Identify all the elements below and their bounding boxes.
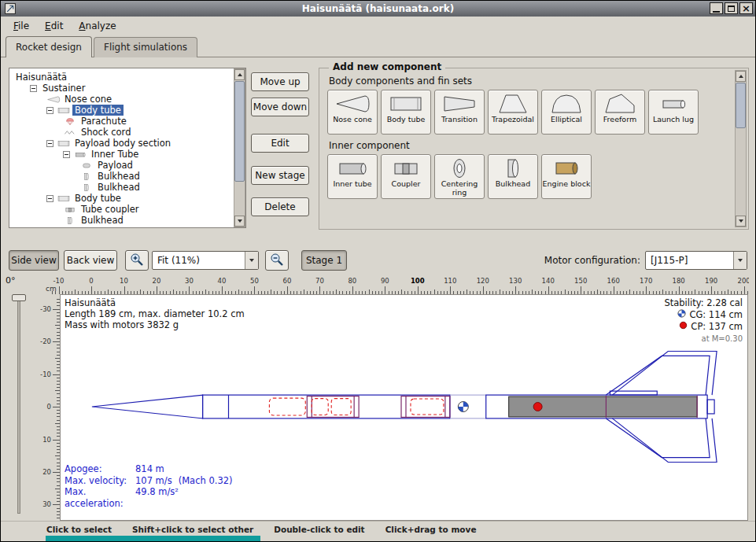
nose-cone-icon <box>46 95 61 104</box>
component-palette: Body components and fin setsNose coneBod… <box>327 70 731 227</box>
tree-item-label: Payload <box>95 160 135 171</box>
close-button[interactable]: × <box>739 2 753 14</box>
scroll-up-button[interactable] <box>736 71 746 82</box>
maximize-button[interactable] <box>725 2 738 14</box>
body-tube-icon <box>57 139 71 148</box>
tree-item-label: Haisunäätä <box>13 72 69 83</box>
tree-item-shock-cord[interactable]: Shock cord <box>10 127 232 138</box>
collapse-icon[interactable] <box>30 85 37 92</box>
flight-stat-row: Max. acceleration:49.8 m/s² <box>65 486 233 509</box>
scroll-down-button[interactable] <box>234 216 245 227</box>
titlebar[interactable]: Haisunäätä (haisunaata.ork) × <box>1 1 755 17</box>
tree-item-body-tube[interactable]: Body tube <box>10 193 232 204</box>
scroll-down-button[interactable] <box>736 216 746 227</box>
add-centering-ring-button[interactable]: Centering ring <box>434 154 485 199</box>
tree-item-payload[interactable]: Payload <box>10 160 232 171</box>
rotation-slider-track[interactable] <box>17 297 20 514</box>
add-elliptical-button[interactable]: Elliptical <box>541 90 592 135</box>
menu-analyze[interactable]: Analyze <box>71 18 124 34</box>
add-inner-tube-button[interactable]: Inner tube <box>327 154 378 199</box>
stage-1-button[interactable]: Stage 1 <box>301 250 347 271</box>
tree-item-bulkhead[interactable]: Bulkhead <box>10 215 232 226</box>
status-hint: Shift+click to select other <box>132 525 253 534</box>
tree-item-haisun-t[interactable]: Haisunäätä <box>10 72 232 83</box>
motor-configuration-select[interactable]: [J115-P] <box>645 251 747 270</box>
tree-item-payload-body-section[interactable]: Payload body section <box>10 138 232 149</box>
arrow-up-icon <box>739 75 743 78</box>
bulkhead-icon <box>496 157 530 180</box>
add-bulkhead-button[interactable]: Bulkhead <box>488 154 538 199</box>
component-button-label: Bulkhead <box>496 180 530 189</box>
zoom-out-button[interactable] <box>265 250 289 271</box>
body-tube-icon <box>57 194 71 203</box>
rocket-dimensions: Length 189 cm, max. diameter 10.2 cm <box>65 308 245 319</box>
delete-button[interactable]: Delete <box>251 197 309 216</box>
add-trapezoidal-button[interactable]: Trapezoidal <box>488 90 538 135</box>
add-component-group: Add new component Body components and fi… <box>319 68 749 230</box>
edit-button[interactable]: Edit <box>251 134 309 153</box>
tree-item-label: Body tube <box>72 193 124 204</box>
collapse-icon[interactable] <box>46 107 53 114</box>
cp-value: CP: 137 cm <box>691 321 743 333</box>
flight-stat-label: Max. acceleration: <box>65 486 135 509</box>
chevron-down-icon <box>738 259 743 262</box>
add-freeform-button[interactable]: Freeform <box>595 90 645 135</box>
palette-scrollbar[interactable] <box>735 70 747 227</box>
scroll-up-button[interactable] <box>234 69 245 80</box>
tree-item-label: Bulkhead <box>79 215 126 226</box>
minimize-button[interactable] <box>710 2 723 14</box>
move-down-button[interactable]: Move down <box>251 98 309 116</box>
body-tube-icon <box>57 106 71 115</box>
add-coupler-button[interactable]: Coupler <box>381 154 431 199</box>
maximize-icon <box>728 6 735 12</box>
window-title: Haisunäätä (haisunaata.ork) <box>1 3 755 14</box>
tree-scrollbar[interactable] <box>234 68 245 227</box>
scrollbar-thumb[interactable] <box>234 81 245 182</box>
section-label-body-components-and-fin-sets: Body components and fin sets <box>329 76 731 87</box>
coupler-icon <box>63 205 77 214</box>
zoom-select[interactable]: Fit (11%) <box>152 251 259 270</box>
tab-flight-simulations[interactable]: Flight simulations <box>94 37 197 57</box>
add-engine-block-button[interactable]: Engine block <box>541 154 592 199</box>
rotation-slider-handle[interactable] <box>12 294 26 301</box>
statusbar: Click to selectShift+click to select oth… <box>1 521 755 536</box>
zoom-in-button[interactable] <box>125 250 149 271</box>
rocket-canvas[interactable]: Haisunäätä Length 189 cm, max. diameter … <box>60 294 748 521</box>
tree-item-label: Bulkhead <box>95 182 142 193</box>
tree-item-nose-cone[interactable]: Nose cone <box>10 94 232 105</box>
collapse-icon[interactable] <box>46 195 53 202</box>
tree-item-label: Sustainer <box>40 83 87 94</box>
tree-item-label: Tube coupler <box>79 204 142 215</box>
collapse-icon[interactable] <box>63 151 70 158</box>
tree-item-label: Parachute <box>79 116 129 127</box>
add-transition-button[interactable]: Transition <box>434 90 485 135</box>
component-button-label: Launch lug <box>653 116 694 124</box>
move-up-button[interactable]: Move up <box>251 72 309 91</box>
body-tube-icon <box>389 92 423 116</box>
tree-item-parachute[interactable]: Parachute <box>10 116 232 127</box>
tree-item-sustainer[interactable]: Sustainer <box>10 83 232 94</box>
menu-file[interactable]: File <box>6 18 37 34</box>
add-body-tube-button[interactable]: Body tube <box>381 90 431 135</box>
back-view-button[interactable]: Back view <box>64 250 117 271</box>
tree-item-body-tube[interactable]: Body tube <box>10 105 232 116</box>
scrollbar-thumb[interactable] <box>736 83 746 128</box>
tree-item-bulkhead[interactable]: Bulkhead <box>10 171 232 182</box>
rocket-mass: Mass with motors 3832 g <box>65 319 245 330</box>
menu-edit[interactable]: Edit <box>37 18 71 34</box>
collapse-icon[interactable] <box>46 140 53 147</box>
tree-item-inner-tube[interactable]: Inner Tube <box>10 149 232 160</box>
vertical-ruler: -30-20-100102030 <box>40 294 60 521</box>
close-icon: × <box>742 3 750 13</box>
centering-ring-icon <box>442 157 477 180</box>
flight-stat-value: 814 m <box>135 463 164 475</box>
new-stage-button[interactable]: New stage <box>251 166 309 185</box>
tab-rocket-design[interactable]: Rocket design <box>6 36 92 57</box>
tree-item-tube-coupler[interactable]: Tube coupler <box>10 204 232 215</box>
trapezoidal-fin-icon <box>496 92 530 116</box>
component-button-label: Body tube <box>387 116 426 124</box>
side-view-button[interactable]: Side view <box>9 250 59 271</box>
tree-item-bulkhead[interactable]: Bulkhead <box>10 182 232 193</box>
add-nose-cone-button[interactable]: Nose cone <box>327 90 378 135</box>
add-launch-lug-button[interactable]: Launch lug <box>648 90 699 135</box>
